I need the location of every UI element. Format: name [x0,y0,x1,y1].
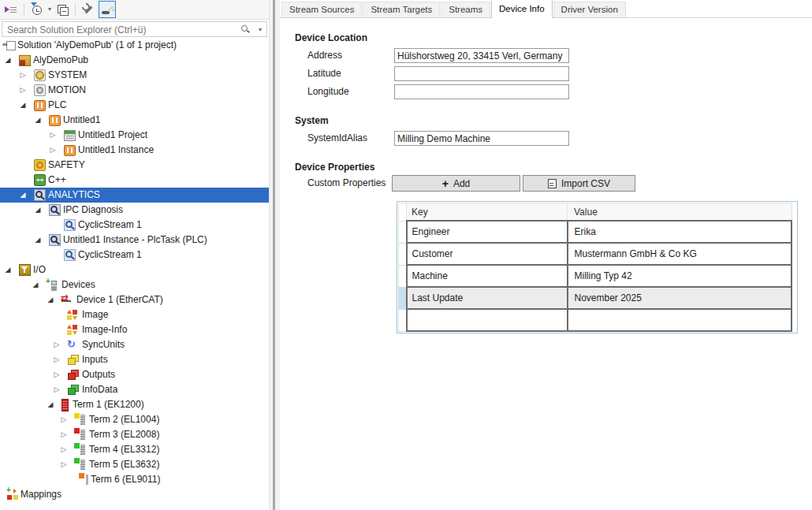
tree-item[interactable]: ◢AlyDemoPub [0,53,269,68]
collapse-icon[interactable]: ◢ [46,397,55,412]
tree-item[interactable]: ◢Device 1 (EtherCAT) [0,292,269,307]
systemidalias-label: SystemIdAlias [307,131,367,146]
expand-icon[interactable]: ▷ [52,382,61,397]
tree-item[interactable]: ▷Term 3 (EL2008) [0,427,269,442]
tab-device-info[interactable]: Device Info [491,0,553,18]
tree-item[interactable]: Mappings [0,487,269,502]
key-cell[interactable]: Machine [407,265,568,287]
tree-item[interactable]: CyclicStream 1 [0,218,269,233]
tab-stream-sources[interactable]: Stream Sources [281,2,362,17]
tree-item[interactable]: ▷MOTION [0,83,269,98]
latitude-field[interactable] [394,66,569,81]
tree-item[interactable]: ▷Term 5 (EL3632) [0,457,269,472]
collapse-icon[interactable]: ◢ [18,98,28,113]
scrollbar-thumb[interactable] [273,0,275,510]
collapse-icon[interactable]: ◢ [33,233,43,248]
search-icon[interactable] [240,24,251,35]
value-cell[interactable]: November 2025 [568,287,792,309]
tree-item[interactable]: ▷SyncUnits [0,337,269,352]
tree-item[interactable]: ◢IPC Diagnosis [0,203,269,218]
row-header-gutter[interactable] [399,221,407,243]
properties-button[interactable] [80,1,97,18]
value-cell[interactable]: Mustermann GmbH & Co KG [568,243,792,265]
tab-streams[interactable]: Streams [441,2,490,17]
sync-units-icon [67,338,80,351]
collapse-icon[interactable]: ◢ [18,188,28,203]
collapse-icon[interactable]: ◢ [31,277,40,292]
address-field[interactable] [394,48,569,63]
tree-item[interactable]: ▷SYSTEM [0,68,269,83]
tree-item[interactable]: ▷Term 4 (EL3312) [0,442,269,457]
tree-item-label: Term 2 (EL1004) [89,412,159,427]
collapse-icon[interactable]: ◢ [3,53,13,68]
tree-item[interactable]: C++ [0,173,269,188]
tree-item[interactable]: ▷Inputs [0,352,269,367]
tree-item[interactable]: ▷Term 2 (EL1004) [0,412,269,427]
collapse-icon[interactable]: ◢ [46,292,55,307]
tree-item[interactable]: ▷InfoData [0,382,269,397]
tree-item[interactable]: Solution 'AlyDemoPub' (1 of 1 project) [0,38,269,53]
row-header-gutter[interactable] [399,287,407,309]
expand-icon[interactable]: ▷ [59,427,69,442]
tree-item[interactable]: ◢I/O [0,262,269,277]
tree-item[interactable]: CyclicStream 1 [0,248,269,262]
tab-driver-version[interactable]: Driver Version [553,2,626,17]
pending-changes-filter-button[interactable]: ▾ [28,1,46,18]
image-icon [66,324,78,336]
expand-icon[interactable]: ▷ [48,143,58,158]
value-cell[interactable]: Erika [568,221,792,243]
expand-icon[interactable]: ▷ [18,68,28,83]
expand-icon[interactable]: ▷ [59,442,69,457]
key-cell[interactable]: Customer [407,243,568,265]
collapse-all-button[interactable] [54,1,71,18]
tree-item[interactable]: ▷Untitled1 Project [0,128,269,143]
expand-icon[interactable]: ▷ [52,337,61,352]
tree-item[interactable]: ◢Untitled1 Instance - PlcTask (PLC) [0,233,269,248]
tree-item[interactable]: ▷Outputs [0,367,269,382]
key-cell[interactable] [407,309,568,331]
tree-item[interactable]: Term 6 (EL9011) [0,472,269,487]
key-column-header[interactable]: Key [407,203,568,221]
value-column-header[interactable]: Value [568,203,792,221]
add-button[interactable]: + Add [392,175,520,192]
key-cell[interactable]: Engineer [407,221,568,243]
preview-selected-items-button[interactable] [99,1,116,18]
add-button-label: Add [453,178,470,189]
expand-icon[interactable]: ▷ [59,457,69,472]
row-header-gutter[interactable] [399,309,407,331]
tree-item[interactable]: ◢Untitled1 [0,113,269,128]
value-cell[interactable]: Milling Typ 42 [568,265,792,287]
tab-stream-targets[interactable]: Stream Targets [363,2,440,17]
tree-item[interactable]: SAFETY [0,158,269,173]
row-header-gutter[interactable] [399,265,407,287]
row-header-gutter[interactable] [399,243,407,265]
sync-with-active-document-button[interactable] [2,1,20,18]
collapse-icon[interactable]: ◢ [3,262,13,277]
longitude-field[interactable] [394,84,569,99]
search-options-chevron-icon[interactable]: ▾ [259,26,262,33]
import-csv-button[interactable]: Import CSV [523,175,635,192]
tree-item[interactable]: ◢PLC [0,98,269,113]
tree-item[interactable]: ◢Term 1 (EK1200) [0,397,269,412]
expand-icon[interactable]: ▷ [48,128,58,143]
expand-icon[interactable]: ▷ [59,412,69,427]
expand-icon[interactable]: ▷ [52,367,61,382]
collapse-icon[interactable]: ◢ [33,203,43,218]
search-input[interactable] [6,23,237,37]
tree-item[interactable]: ◢Devices [0,277,269,292]
tree-item-label: IPC Diagnosis [63,203,123,218]
expand-icon[interactable]: ▷ [18,83,28,98]
tree-item-label: I/O [33,262,46,277]
device-properties-title: Device Properties [295,162,374,173]
key-cell[interactable]: Last Update [407,287,568,309]
tree-item[interactable]: Image [0,307,269,322]
tree-item[interactable]: ◢ANALYTICS [0,188,269,203]
collapse-icon[interactable]: ◢ [33,113,43,128]
systemidalias-field[interactable] [394,131,569,146]
import-csv-button-label: Import CSV [561,178,610,189]
tree-item[interactable]: ▷Untitled1 Instance [0,143,269,158]
expand-icon[interactable]: ▷ [52,352,61,367]
dropdown-chevron-icon[interactable]: ▾ [48,6,51,13]
value-cell[interactable] [568,309,792,331]
tree-item[interactable]: Image-Info [0,322,269,337]
